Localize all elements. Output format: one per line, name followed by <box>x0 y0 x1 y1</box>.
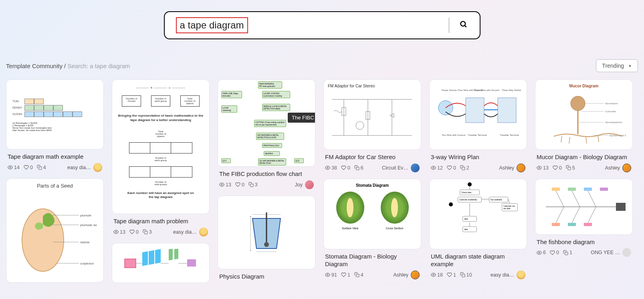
svg-text:Traveller Terminal: Traveller Terminal <box>468 134 487 136</box>
svg-text:Sporangiophore: Sporangiophore <box>605 121 622 123</box>
svg-point-42 <box>327 167 328 168</box>
card-title: Physics Diagram <box>219 273 314 281</box>
breadcrumb-search: Search: a tape diagram <box>67 63 130 69</box>
card-thumb[interactable]: Mucor Diagram Sporangium Columella Spora… <box>535 79 633 150</box>
card-thumb[interactable]: TOM DENNY SUSAN 12 Rectangles = $12001 R… <box>6 79 104 150</box>
svg-text:Columella: Columella <box>605 110 616 113</box>
svg-point-2 <box>10 167 11 168</box>
card-author[interactable]: easy dia… <box>173 229 197 235</box>
svg-rect-51 <box>498 98 516 123</box>
card-fibc[interactable]: RAW MATERIALPP resin granules TAPE LINE … <box>218 79 315 189</box>
svg-text:Hyphae of the Mycelium: Hyphae of the Mycelium <box>609 134 626 137</box>
svg-text:radicle: radicle <box>80 240 90 244</box>
search-input[interactable]: a tape diagram <box>176 17 248 33</box>
svg-text:plumule: plumule <box>80 214 92 217</box>
card-cnn[interactable] <box>112 243 210 283</box>
svg-rect-92 <box>565 252 568 255</box>
card-title: UML diagram state diagram example <box>431 253 525 268</box>
card-thumb[interactable] <box>535 179 633 235</box>
card-thumb[interactable]: Power Source (Two Wire with Ground) Thre… <box>429 79 527 150</box>
avatar[interactable] <box>411 271 420 279</box>
card-tape-example[interactable]: TOM DENNY SUSAN 12 Rectangles = $12001 R… <box>6 79 104 172</box>
svg-point-55 <box>433 167 434 168</box>
card-stats: 91 1 4 <box>325 272 363 278</box>
card-fm-adaptor[interactable]: FM Adaptor for Car Stereo <box>323 79 421 172</box>
svg-point-0 <box>460 22 465 26</box>
card-physics[interactable]: Physics Diagram <box>218 196 315 283</box>
card-title: 3-way Wiring Plan <box>431 153 525 161</box>
svg-point-13 <box>115 231 117 232</box>
svg-text:Two Wire with Ground: Two Wire with Ground <box>442 134 465 136</box>
card-uml[interactable]: Check date Calendar availability Not ava… <box>429 179 527 279</box>
svg-rect-86 <box>584 188 592 191</box>
card-thumb[interactable] <box>218 196 315 269</box>
svg-text:Three Wire with Ground: Three Wire with Ground <box>474 89 499 91</box>
avatar[interactable] <box>93 163 102 172</box>
card-author[interactable]: Circuit Ev… <box>382 165 408 171</box>
card-seed[interactable]: Parts of a Seed plumule plumular axis ra… <box>6 178 104 283</box>
svg-rect-21 <box>187 259 196 267</box>
svg-line-83 <box>588 207 596 223</box>
svg-rect-50 <box>466 98 484 123</box>
svg-text:Traveller Terminal: Traveller Terminal <box>500 134 519 136</box>
avatar[interactable] <box>622 164 631 172</box>
card-thumb[interactable]: FM Adaptor for Car Stereo <box>323 79 421 150</box>
card-author[interactable]: ONG YEE … <box>591 250 620 255</box>
svg-rect-63 <box>462 274 465 277</box>
card-thumb[interactable]: -------- × -------- = -------- Number of… <box>112 79 210 214</box>
card-fishbone[interactable]: The fishbone diagram 6 0 1 ONG YEE … <box>535 179 633 257</box>
svg-text:Sporangium: Sporangium <box>605 102 618 105</box>
card-author[interactable]: Joy <box>295 182 303 188</box>
card-wiring[interactable]: Power Source (Two Wire with Ground) Thre… <box>429 79 527 172</box>
sort-dropdown[interactable]: Trending ▼ <box>596 59 638 72</box>
card-author[interactable]: Ashley <box>393 272 408 278</box>
card-thumb[interactable]: RAW MATERIALPP resin granules TAPE LINE … <box>218 79 315 167</box>
svg-line-80 <box>588 191 596 207</box>
svg-rect-88 <box>552 223 560 226</box>
card-stats: 6 0 1 <box>537 250 572 255</box>
avatar[interactable] <box>305 180 314 189</box>
card-author[interactable]: easy dia… <box>491 272 514 278</box>
search-box[interactable]: a tape diagram <box>164 11 480 39</box>
card-author[interactable]: easy dia… <box>67 165 91 170</box>
card-thumb[interactable]: Parts of a Seed plumule plumular axis ra… <box>6 178 104 283</box>
svg-rect-90 <box>584 223 592 226</box>
breadcrumb: Template Community / Search: a tape diag… <box>6 63 130 69</box>
svg-line-81 <box>556 207 564 223</box>
card-stats: 18 1 10 <box>431 272 472 278</box>
search-icon[interactable] <box>460 20 468 30</box>
avatar[interactable] <box>517 164 525 172</box>
card-thumb[interactable]: Stomata Diagram Surface View Cross Secti… <box>323 179 421 249</box>
svg-line-82 <box>572 207 580 223</box>
avatar[interactable] <box>411 164 420 172</box>
card-author[interactable]: Ashley <box>605 165 620 171</box>
card-stomata[interactable]: Stomata Diagram Surface View Cross Secti… <box>323 179 421 279</box>
card-stats: 12 0 2 <box>431 165 469 171</box>
svg-text:plumular axis: plumular axis <box>80 223 97 227</box>
card-mucor[interactable]: Mucor Diagram Sporangium Columella Spora… <box>535 79 633 172</box>
svg-line-61 <box>508 199 510 203</box>
svg-rect-26 <box>250 184 253 187</box>
svg-line-79 <box>572 191 580 207</box>
svg-point-44 <box>327 274 328 275</box>
card-tape-problem[interactable]: -------- × -------- = -------- Number of… <box>112 79 210 236</box>
card-title: Tape diagram math problem <box>113 217 208 225</box>
card-author[interactable]: Ashley <box>499 165 514 171</box>
svg-rect-75 <box>568 167 571 170</box>
svg-rect-87 <box>600 188 608 191</box>
card-thumb[interactable]: Check date Calendar availability Not ava… <box>429 179 527 249</box>
card-title: Stomata Diagram - Biology Diagram <box>325 253 420 268</box>
card-stats: 13 0 5 <box>537 165 575 171</box>
avatar[interactable] <box>199 228 208 236</box>
breadcrumb-root[interactable]: Template Community <box>6 63 63 69</box>
svg-point-41 <box>356 121 364 129</box>
svg-rect-77 <box>616 203 626 211</box>
svg-rect-89 <box>568 223 576 226</box>
avatar[interactable] <box>622 248 631 257</box>
card-thumb[interactable] <box>112 243 210 283</box>
card-title: FM Adaptor for Car Stereo <box>325 153 420 161</box>
svg-rect-84 <box>552 188 560 191</box>
svg-point-62 <box>433 274 434 275</box>
svg-rect-43 <box>356 167 359 170</box>
avatar[interactable] <box>517 271 525 279</box>
